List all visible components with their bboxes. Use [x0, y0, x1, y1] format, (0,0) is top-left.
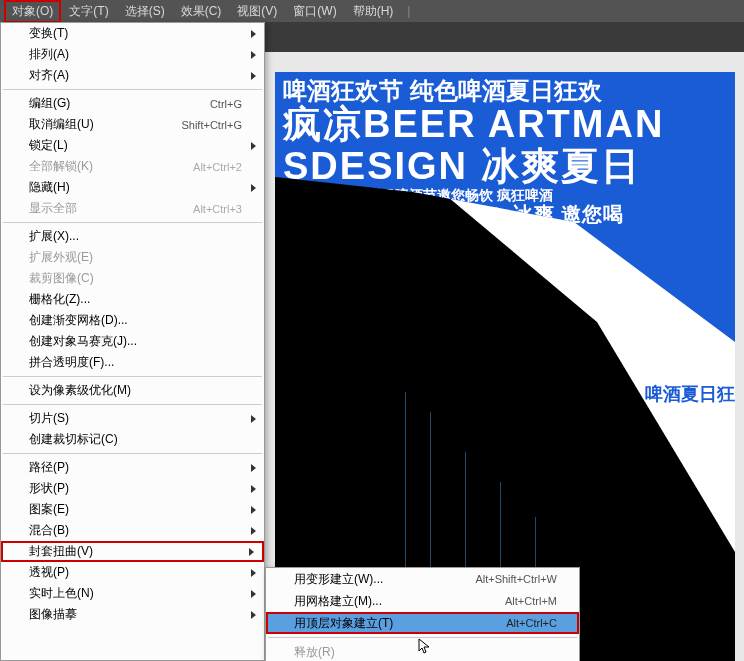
menubar-type[interactable]: 文字(T) — [61, 0, 116, 23]
menu-expand-appearance: 扩展外观(E) — [1, 247, 264, 268]
menu-blend[interactable]: 混合(B) — [1, 520, 264, 541]
menu-flatten-transparency[interactable]: 拼合透明度(F)... — [1, 352, 264, 373]
menu-slice[interactable]: 切片(S) — [1, 408, 264, 429]
chevron-right-icon — [251, 142, 256, 150]
menu-lock[interactable]: 锁定(L) — [1, 135, 264, 156]
menu-hide[interactable]: 隐藏(H) — [1, 177, 264, 198]
menu-envelope-distort[interactable]: 封套扭曲(V) — [1, 541, 264, 562]
menubar-effect[interactable]: 效果(C) — [173, 0, 230, 23]
menu-separator — [3, 222, 262, 223]
menu-arrange[interactable]: 排列(A) — [1, 44, 264, 65]
menubar-select[interactable]: 选择(S) — [117, 0, 173, 23]
submenu-make-with-top-object[interactable]: 用顶层对象建立(T)Alt+Ctrl+C — [266, 612, 579, 634]
menu-path[interactable]: 路径(P) — [1, 457, 264, 478]
menu-rasterize[interactable]: 栅格化(Z)... — [1, 289, 264, 310]
menu-object-mosaic[interactable]: 创建对象马赛克(J)... — [1, 331, 264, 352]
submenu-make-with-mesh[interactable]: 用网格建立(M)...Alt+Ctrl+M — [266, 590, 579, 612]
menu-pixel-perfect[interactable]: 设为像素级优化(M) — [1, 380, 264, 401]
art-line-1: 啤酒狂欢节 纯色啤酒夏日狂欢 — [283, 78, 727, 104]
cursor-pointer-icon — [418, 638, 432, 656]
menu-shape[interactable]: 形状(P) — [1, 478, 264, 499]
menu-pattern[interactable]: 图案(E) — [1, 499, 264, 520]
chevron-right-icon — [249, 548, 254, 556]
menu-separator — [3, 453, 262, 454]
menubar-object[interactable]: 对象(O) — [4, 0, 61, 23]
menubar-view[interactable]: 视图(V) — [229, 0, 285, 23]
object-menu-dropdown: 变换(T) 排列(A) 对齐(A) 编组(G)Ctrl+G 取消编组(U)Shi… — [0, 22, 265, 661]
art-line-2: 疯凉BEER ARTMAN SDESIGN 冰爽夏日 — [283, 104, 727, 188]
chevron-right-icon — [251, 485, 256, 493]
chevron-right-icon — [251, 464, 256, 472]
menu-expand[interactable]: 扩展(X)... — [1, 226, 264, 247]
chevron-right-icon — [251, 30, 256, 38]
menu-perspective[interactable]: 透视(P) — [1, 562, 264, 583]
menu-gradient-mesh[interactable]: 创建渐变网格(D)... — [1, 310, 264, 331]
chevron-right-icon — [251, 527, 256, 535]
menu-group[interactable]: 编组(G)Ctrl+G — [1, 93, 264, 114]
menubar-window[interactable]: 窗口(W) — [285, 0, 344, 23]
menu-trim-marks[interactable]: 创建裁切标记(C) — [1, 429, 264, 450]
chevron-right-icon — [251, 590, 256, 598]
chevron-right-icon — [251, 506, 256, 514]
menu-ungroup[interactable]: 取消编组(U)Shift+Ctrl+G — [1, 114, 264, 135]
chevron-right-icon — [251, 415, 256, 423]
chevron-right-icon — [251, 72, 256, 80]
chevron-right-icon — [251, 611, 256, 619]
menubar-help[interactable]: 帮助(H) — [345, 0, 402, 23]
menu-separator — [3, 89, 262, 90]
chevron-right-icon — [251, 184, 256, 192]
menubar-separator: | — [407, 4, 410, 18]
submenu-make-with-warp[interactable]: 用变形建立(W)...Alt+Shift+Ctrl+W — [266, 568, 579, 590]
side-art-vertical: 冰爽啤酒节 CRAZYBEER — [685, 372, 735, 661]
menu-live-paint[interactable]: 实时上色(N) — [1, 583, 264, 604]
menu-show-all: 显示全部Alt+Ctrl+3 — [1, 198, 264, 219]
menu-unlock-all: 全部解锁(K)Alt+Ctrl+2 — [1, 156, 264, 177]
chevron-right-icon — [251, 51, 256, 59]
chevron-right-icon — [251, 569, 256, 577]
menu-separator — [3, 404, 262, 405]
menubar: 对象(O) 文字(T) 选择(S) 效果(C) 视图(V) 窗口(W) 帮助(H… — [0, 0, 744, 22]
menu-crop-image: 裁剪图像(C) — [1, 268, 264, 289]
menu-image-trace[interactable]: 图像描摹 — [1, 604, 264, 625]
menu-align[interactable]: 对齐(A) — [1, 65, 264, 86]
menu-separator — [3, 376, 262, 377]
menu-transform[interactable]: 变换(T) — [1, 23, 264, 44]
